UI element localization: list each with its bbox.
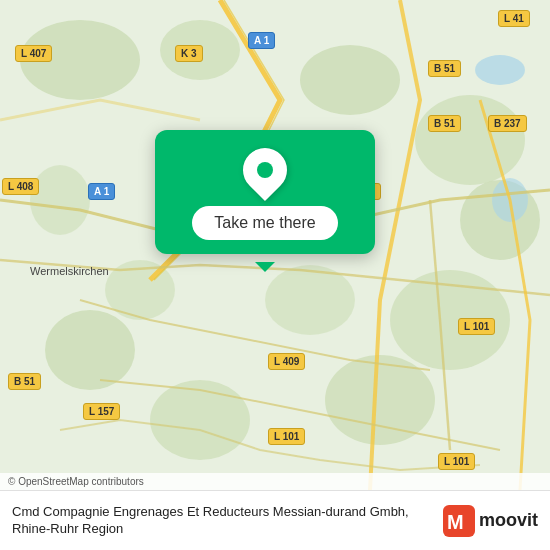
footer: Cmd Compagnie Engrenages Et Reducteurs M… bbox=[0, 490, 550, 550]
svg-point-14 bbox=[475, 55, 525, 85]
footer-business-info: Cmd Compagnie Engrenages Et Reducteurs M… bbox=[12, 504, 443, 538]
road-label-l409: L 409 bbox=[268, 353, 305, 370]
region-name: Rhine-Ruhr Region bbox=[12, 521, 123, 536]
road-label-l407: L 407 bbox=[15, 45, 52, 62]
pin-icon-dot bbox=[257, 162, 273, 178]
moovit-text: moovit bbox=[479, 510, 538, 531]
svg-point-12 bbox=[30, 165, 90, 235]
road-label-b237: B 237 bbox=[488, 115, 527, 132]
location-popup: Take me there bbox=[155, 130, 375, 254]
svg-point-8 bbox=[150, 380, 250, 460]
road-label-l41: L 41 bbox=[498, 10, 530, 27]
take-me-there-button[interactable]: Take me there bbox=[192, 206, 337, 240]
road-label-l157: L 157 bbox=[83, 403, 120, 420]
attribution-text: © OpenStreetMap contributors bbox=[8, 476, 144, 487]
svg-text:Wermelskirchen: Wermelskirchen bbox=[30, 265, 109, 277]
moovit-icon-svg: M bbox=[443, 505, 475, 537]
road-label-b51-bottom: B 51 bbox=[8, 373, 41, 390]
svg-point-9 bbox=[45, 310, 135, 390]
svg-text:M: M bbox=[447, 511, 464, 533]
location-pin-icon bbox=[234, 139, 296, 201]
road-label-k3: K 3 bbox=[175, 45, 203, 62]
road-label-l101-br: L 101 bbox=[438, 453, 475, 470]
road-label-l408: L 408 bbox=[2, 178, 39, 195]
road-label-b51-mid: B 51 bbox=[428, 115, 461, 132]
map-attribution: © OpenStreetMap contributors bbox=[0, 473, 550, 490]
road-label-l101-right: L 101 bbox=[458, 318, 495, 335]
road-label-a1-top: A 1 bbox=[248, 32, 275, 49]
map-container: Wermelskirchen L 407 K 3 A 1 L 41 B 51 B… bbox=[0, 0, 550, 490]
road-label-b51-top: B 51 bbox=[428, 60, 461, 77]
svg-point-4 bbox=[415, 95, 525, 185]
moovit-logo: M moovit bbox=[443, 505, 538, 537]
road-label-l101-mid: L 101 bbox=[268, 428, 305, 445]
road-label-a1-left: A 1 bbox=[88, 183, 115, 200]
business-name: Cmd Compagnie Engrenages Et Reducteurs M… bbox=[12, 504, 409, 519]
svg-point-11 bbox=[265, 265, 355, 335]
svg-point-3 bbox=[300, 45, 400, 115]
